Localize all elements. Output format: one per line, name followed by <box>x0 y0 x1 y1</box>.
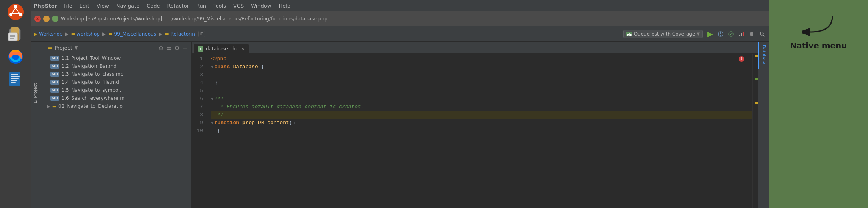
menu-tools[interactable]: Tools <box>210 2 229 10</box>
menu-navigate[interactable]: Navigate <box>113 2 143 10</box>
locate-icon[interactable]: ≡ <box>166 44 172 52</box>
list-item[interactable]: MD 1.1_Project_Tool_Window <box>44 54 191 62</box>
code-token: prep_DB_content <box>242 119 289 127</box>
md-badge: MD <box>50 64 59 69</box>
menu-help[interactable]: Help <box>275 2 294 10</box>
svg-rect-31 <box>750 32 753 36</box>
menu-view[interactable]: View <box>93 2 112 10</box>
project-header-icons: ⊕ ≡ ⚙ − <box>158 44 188 52</box>
list-item[interactable]: MD 1.6_Search_everywhere.m <box>44 94 191 102</box>
native-menu-panel: Native menu <box>769 0 868 208</box>
file-list: MD 1.1_Project_Tool_Window MD 1.2_Naviga… <box>44 54 191 208</box>
list-item[interactable]: MD 1.5_Navigate_to_symbol. <box>44 86 191 94</box>
code-content[interactable]: <?php ! ▼ class Database { <box>209 54 752 208</box>
code-editor[interactable]: 1 2 3 4 5 6 7 8 9 10 <?php ! <box>192 54 758 208</box>
breadcrumb-misc[interactable]: 99_Miscellaneous <box>114 31 156 37</box>
code-line-3 <box>211 71 752 79</box>
code-token: { <box>258 63 264 71</box>
coverage-button[interactable] <box>727 30 735 38</box>
scroll-gutter[interactable] <box>752 54 758 208</box>
menu-file[interactable]: File <box>60 2 75 10</box>
fold-marker[interactable]: ▼ <box>211 119 214 127</box>
tab-close-button[interactable]: ✕ <box>241 47 244 51</box>
code-line-10: { <box>211 127 752 135</box>
minimize-panel-icon[interactable]: − <box>182 44 188 52</box>
menu-bar: PhpStor File Edit View Navigate Code Ref… <box>31 0 769 11</box>
debug-button[interactable] <box>716 30 725 38</box>
file-name: 1.6_Search_everywhere.m <box>61 95 125 101</box>
code-token: function <box>215 119 239 127</box>
folder-name: 02_Navigate_to_Declaratio <box>58 103 123 109</box>
menu-window[interactable]: Window <box>248 2 274 10</box>
svg-rect-30 <box>743 32 744 36</box>
code-token <box>239 119 242 127</box>
code-line-4: ▼ } <box>211 79 752 87</box>
list-item[interactable]: MD 1.4_Navigate_to_file.md <box>44 78 191 86</box>
svg-line-33 <box>763 35 765 36</box>
project-panel: ▬ Project ▼ ⊕ ≡ ⚙ − MD 1.1_Project_Tool_… <box>44 42 192 208</box>
add-content-icon[interactable]: ⊕ <box>158 44 164 52</box>
editor-tab-database-php[interactable]: c database.php ✕ <box>193 44 249 53</box>
cursor <box>224 112 224 118</box>
svg-rect-18 <box>11 80 17 81</box>
firefox-dock-icon[interactable] <box>5 46 26 67</box>
search-button[interactable] <box>758 30 767 38</box>
gutter-marker-2 <box>755 102 758 104</box>
svg-rect-16 <box>11 76 20 77</box>
code-token: <?php <box>211 55 226 63</box>
project-folder-icon: ▬ <box>47 45 52 51</box>
menu-vcs[interactable]: VCS <box>230 2 247 10</box>
file-name: 1.3_Navigate_to_class.mc <box>61 71 123 77</box>
svg-point-32 <box>760 32 763 35</box>
breadcrumb-sep-2: ▶ <box>102 31 106 37</box>
folder-icon: ▶ <box>34 31 37 37</box>
app-brand: PhpStor <box>34 3 57 9</box>
breadcrumb-workshop[interactable]: Workshop <box>39 31 62 37</box>
editor-tabs: c database.php ✕ <box>192 42 758 54</box>
menu-refactor[interactable]: Refactor <box>164 2 192 10</box>
project-panel-header: ▬ Project ▼ ⊕ ≡ ⚙ − <box>44 42 191 54</box>
run-button[interactable]: ▶ <box>706 30 715 38</box>
files-dock-icon[interactable] <box>5 24 26 45</box>
list-item[interactable]: MD 1.3_Navigate_to_class.mc <box>44 70 191 78</box>
fold-marker[interactable]: ▼ <box>211 63 214 71</box>
window-maximize-button[interactable] <box>52 16 58 22</box>
file-browser-toggle[interactable]: ⊞ <box>198 31 205 37</box>
fold-marker[interactable]: ▼ <box>211 95 214 103</box>
stop-button[interactable] <box>747 30 756 38</box>
folder-icon-4: ▬ <box>165 31 169 36</box>
native-menu-label: Native menu <box>790 41 847 50</box>
writer-dock-icon[interactable] <box>5 69 26 89</box>
code-token: Database <box>233 63 258 71</box>
run-config-selector[interactable]: php QueueTest with Coverage ▼ <box>623 30 703 38</box>
breadcrumb-sep-1: ▶ <box>65 31 68 37</box>
code-token: * Ensures default database content is cr… <box>217 103 364 111</box>
file-name: 1.1_Project_Tool_Window <box>61 55 121 61</box>
project-dropdown-icon[interactable]: ▼ <box>75 45 78 50</box>
left-dock <box>0 0 31 208</box>
php-icon: php <box>626 32 632 36</box>
list-item[interactable]: MD 1.2_Navigation_Bar.md <box>44 62 191 70</box>
database-panel-tab[interactable]: Database <box>758 42 769 69</box>
menu-code[interactable]: Code <box>143 2 163 10</box>
md-badge: MD <box>50 72 59 77</box>
md-badge: MD <box>50 56 59 61</box>
svg-rect-25 <box>720 32 721 34</box>
ide-main: PhpStor File Edit View Navigate Code Ref… <box>31 0 769 208</box>
list-item[interactable]: ▶ ▬ 02_Navigate_to_Declaratio <box>44 102 191 110</box>
file-name: 1.2_Navigation_Bar.md <box>61 63 116 69</box>
menu-edit[interactable]: Edit <box>76 2 93 10</box>
menu-run[interactable]: Run <box>193 2 209 10</box>
breadcrumb-refactor[interactable]: Refactorin <box>171 31 195 37</box>
settings-icon[interactable]: ⚙ <box>174 44 181 52</box>
folder-collapse-icon: ▶ <box>47 104 50 109</box>
window-close-button[interactable] <box>34 16 41 22</box>
line-numbers: 1 2 3 4 5 6 7 8 9 10 <box>192 54 209 208</box>
project-strip-label[interactable]: 1: Project <box>31 81 44 105</box>
folder-icon-3: ▬ <box>108 31 112 36</box>
breadcrumb-workshop2[interactable]: workshop <box>77 31 100 37</box>
code-line-2: ▼ class Database { <box>211 63 752 71</box>
window-minimize-button[interactable] <box>43 16 50 22</box>
ubuntu-dock-icon[interactable] <box>5 2 26 22</box>
profile-button[interactable] <box>737 30 746 38</box>
